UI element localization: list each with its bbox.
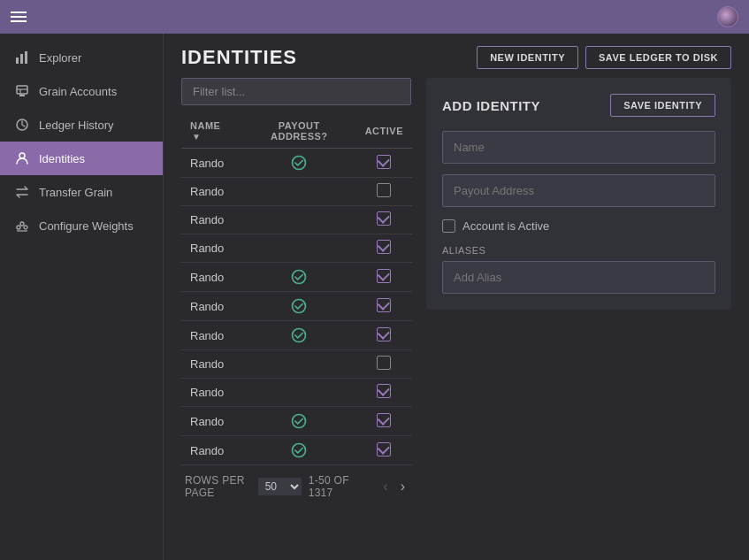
user-avatar[interactable] [717,6,738,27]
active-checkbox[interactable] [377,442,391,456]
active-checkbox[interactable] [377,413,391,427]
active-checkbox[interactable] [377,356,391,370]
table-row[interactable]: Rando [181,292,412,321]
cell-payout [242,436,356,465]
svg-point-8 [19,153,25,158]
svg-point-17 [293,415,306,428]
payout-check-icon [290,412,308,430]
svg-rect-2 [25,51,27,64]
cell-payout [242,263,356,292]
cell-payout [242,178,356,206]
name-input[interactable] [442,131,715,164]
cell-payout [242,149,356,178]
sidebar-item-ledger-history[interactable]: Ledger History [0,108,163,142]
account-active-checkbox[interactable] [442,219,455,233]
cell-active [356,436,412,465]
cell-active [356,379,412,407]
save-identity-button[interactable]: SAVE IDENTITY [610,94,715,117]
header-buttons: NEW IDENTITY SAVE LEDGER TO DISK [477,46,731,69]
layout: Explorer Grain Accounts Ledger History [0,34,749,560]
cell-name: Rando [181,263,242,292]
table-row[interactable]: Rando [181,178,412,206]
cell-active [356,206,412,234]
table-row[interactable]: Rando [181,234,412,263]
cell-name: Rando [181,178,242,206]
save-ledger-button[interactable]: SAVE LEDGER TO DISK [585,46,731,69]
sidebar-item-transfer-grain[interactable]: Transfer Grain [0,175,163,209]
cell-payout [242,407,356,436]
add-identity-title: ADD IDENTITY [442,98,540,113]
sidebar-label-ledger-history: Ledger History [39,119,114,132]
table-row[interactable]: Rando [181,407,412,436]
svg-point-14 [293,271,306,284]
svg-rect-6 [19,95,25,96]
active-checkbox[interactable] [377,211,391,226]
table-header-row: NAME ▼ PAYOUT ADDRESS? ACTIVE [181,114,412,149]
table-row[interactable]: Rando [181,321,412,350]
cell-name: Rando [181,350,242,379]
col-header-name[interactable]: NAME ▼ [181,114,242,149]
svg-point-18 [293,444,306,457]
filter-input[interactable] [181,78,411,105]
active-checkbox[interactable] [377,384,391,398]
main-header: IDENTITIES NEW IDENTITY SAVE LEDGER TO D… [164,34,749,78]
cell-active [356,321,412,350]
cell-active [356,263,412,292]
add-alias-input[interactable] [442,261,715,294]
svg-point-15 [293,300,306,313]
rows-per-page-select[interactable]: 50 10 25 100 [258,478,302,495]
table-row[interactable]: Rando [181,379,412,407]
active-checkbox[interactable] [377,240,391,254]
active-checkbox[interactable] [377,327,391,341]
svg-rect-0 [16,58,19,64]
sidebar-item-grain-accounts[interactable]: Grain Accounts [0,74,163,108]
sidebar-label-grain-accounts: Grain Accounts [39,85,117,98]
add-identity-header: ADD IDENTITY SAVE IDENTITY [442,94,715,117]
active-checkbox[interactable] [377,183,391,197]
payout-check-icon [290,326,308,344]
cell-name: Rando [181,321,242,350]
weights-icon [14,218,30,234]
new-identity-button[interactable]: NEW IDENTITY [477,46,578,69]
active-checkbox[interactable] [377,155,391,169]
payout-address-input[interactable] [442,174,715,207]
topbar [0,0,749,34]
main-content: IDENTITIES NEW IDENTITY SAVE LEDGER TO D… [164,34,749,560]
cell-payout [242,321,356,350]
svg-point-13 [293,157,306,170]
svg-rect-1 [20,54,23,64]
add-identity-panel: ADD IDENTITY SAVE IDENTITY Account is Ac… [426,78,731,310]
cell-name: Rando [181,407,242,436]
chart-icon [14,50,30,65]
table-row[interactable]: Rando [181,149,412,178]
table-row[interactable]: Rando [181,436,412,465]
table-row[interactable]: Rando [181,350,412,379]
page-range-text: 1-50 OF 1317 [309,474,366,499]
payout-check-icon [290,154,308,172]
page-navigation: ‹ › [379,478,409,495]
cell-active [356,350,412,379]
hamburger-menu[interactable] [11,12,27,22]
cell-active [356,234,412,263]
prev-page-button[interactable]: ‹ [379,478,391,495]
sidebar-label-transfer-grain: Transfer Grain [39,186,112,199]
identities-icon [14,150,30,166]
transfer-icon [14,184,30,200]
grain-icon [14,83,30,99]
active-checkbox[interactable] [377,298,391,312]
cell-payout [242,292,356,321]
sort-arrow-name: ▼ [192,132,201,142]
aliases-section: ALIASES [442,245,715,294]
sidebar-item-configure-weights[interactable]: Configure Weights [0,209,163,242]
cell-name: Rando [181,234,242,263]
payout-check-icon [290,441,308,459]
cell-payout [242,206,356,234]
cell-active [356,178,412,206]
table-row[interactable]: Rando [181,206,412,234]
table-row[interactable]: Rando [181,263,412,292]
active-checkbox[interactable] [377,269,391,283]
next-page-button[interactable]: › [397,478,409,495]
cell-name: Rando [181,149,242,178]
sidebar-item-explorer[interactable]: Explorer [0,41,163,74]
sidebar-item-identities[interactable]: Identities [0,142,163,175]
